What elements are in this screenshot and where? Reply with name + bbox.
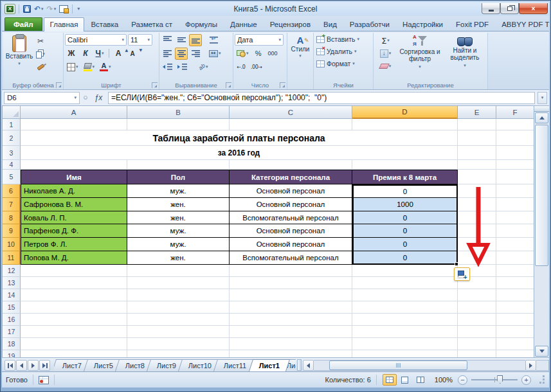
cell-E1[interactable] — [458, 119, 496, 130]
cell-D12[interactable] — [352, 265, 458, 277]
fill-handle[interactable] — [455, 262, 458, 266]
cell-A13[interactable] — [21, 277, 127, 289]
ribbon-tab-Вид[interactable]: Вид — [317, 17, 343, 31]
wrap-text-button[interactable] — [207, 34, 220, 46]
ribbon-tab-ABBYY PDF T[interactable]: ABBYY PDF T — [495, 17, 551, 31]
delete-cells-button[interactable]: Удалить▾ — [315, 46, 372, 58]
grow-font-button[interactable]: А▲ — [112, 48, 125, 60]
cell-A1[interactable] — [21, 119, 127, 130]
font-size-combo[interactable]: 11▾ — [128, 34, 152, 46]
formula-input[interactable]: =ЕСЛИ(И(B6="жен."; C6="Основной персонал… — [108, 92, 535, 104]
cell-F13[interactable] — [496, 277, 534, 289]
cell-D6[interactable]: 0 — [352, 184, 458, 198]
horizontal-scrollbar[interactable] — [303, 360, 549, 371]
cell-F15[interactable] — [496, 301, 534, 314]
row-header-3[interactable]: 3 — [3, 146, 21, 160]
align-bottom-button[interactable] — [189, 34, 202, 46]
maximize-button[interactable] — [500, 3, 519, 14]
cell-E19[interactable] — [458, 350, 496, 357]
align-right-button[interactable] — [189, 48, 202, 60]
font-name-combo[interactable]: Calibri▾ — [65, 34, 127, 46]
cell-F1[interactable] — [496, 119, 534, 130]
cell-C11[interactable]: Вспомогательный персонал — [230, 251, 352, 265]
cell-A4[interactable] — [21, 160, 127, 170]
cell-A16[interactable] — [21, 314, 127, 326]
comma-style-button[interactable]: 000 — [266, 48, 280, 60]
page-layout-view-button[interactable] — [398, 374, 412, 386]
italic-button[interactable]: К — [79, 48, 92, 60]
cell-E15[interactable] — [458, 301, 496, 314]
cell-B5[interactable]: Пол — [127, 170, 230, 184]
cell-E16[interactable] — [458, 314, 496, 326]
row-header-18[interactable]: 18 — [3, 338, 21, 350]
cell-D18[interactable] — [352, 338, 458, 350]
cell-D8[interactable]: 0 — [352, 211, 458, 224]
insert-cells-button[interactable]: Вставить▾ — [315, 33, 372, 46]
clear-button[interactable]: ▾ — [375, 60, 396, 73]
cell-C17[interactable] — [230, 326, 352, 338]
zoom-level[interactable]: 100% — [435, 376, 453, 384]
cell-D5[interactable]: Премия к 8 марта — [352, 170, 458, 184]
ribbon-tab-Foxit PDF[interactable]: Foxit PDF — [449, 17, 495, 31]
cut-button[interactable]: ✂ — [34, 35, 47, 48]
scroll-down-button[interactable] — [535, 346, 548, 357]
borders-button[interactable]: ▾ — [65, 61, 80, 73]
bold-button[interactable]: Ж — [65, 48, 78, 60]
minimize-button[interactable] — [482, 3, 500, 14]
vertical-scrollbar-track[interactable] — [534, 267, 549, 345]
accounting-format-button[interactable]: ▾ — [235, 48, 251, 60]
cell-A5[interactable]: Имя — [21, 170, 127, 184]
cell-C8[interactable]: Вспомогательный персонал — [230, 211, 352, 224]
cell-F6[interactable] — [496, 184, 534, 198]
horizontal-scrollbar-track[interactable] — [314, 360, 525, 371]
cell-F16[interactable] — [496, 314, 534, 326]
cell-C16[interactable] — [230, 314, 352, 326]
tab-split-handle[interactable] — [297, 359, 302, 371]
cell-F5[interactable] — [496, 170, 534, 184]
first-sheet-button[interactable] — [5, 360, 15, 371]
column-header-C[interactable]: C — [230, 106, 352, 119]
row-header-13[interactable]: 13 — [3, 277, 21, 289]
cell-C10[interactable]: Основной персонал — [230, 238, 352, 251]
fill-color-button[interactable]: ▾ — [82, 61, 97, 73]
cell-E3[interactable] — [458, 146, 496, 160]
alignment-dialog-launcher-icon[interactable] — [226, 82, 231, 88]
cell-F3[interactable] — [496, 146, 534, 160]
cell-E5[interactable] — [458, 170, 496, 184]
increase-decimal-button[interactable]: ←.0 — [235, 61, 248, 73]
cell-C9[interactable]: Основной персонал — [230, 224, 352, 238]
column-header-E[interactable]: E — [458, 106, 496, 119]
last-sheet-button[interactable] — [39, 360, 50, 371]
cell-C1[interactable] — [230, 119, 352, 130]
font-dialog-launcher-icon[interactable] — [152, 82, 158, 88]
row-header-10[interactable]: 10 — [3, 238, 21, 251]
find-select-button[interactable]: Найти и выделить ▾ — [444, 33, 486, 80]
cell-A7[interactable]: Сафронова В. М. — [21, 198, 127, 211]
orientation-button[interactable]: ab▾ — [197, 61, 210, 73]
split-handle[interactable] — [534, 106, 549, 112]
cell-C5[interactable]: Категория персонала — [230, 170, 352, 184]
scroll-up-button[interactable] — [535, 112, 548, 123]
cell-B18[interactable] — [127, 338, 230, 350]
row-header-4[interactable]: 4 — [3, 160, 21, 170]
next-sheet-button[interactable] — [28, 360, 39, 371]
align-middle-button[interactable] — [175, 34, 188, 46]
ribbon-tab-Файл[interactable]: Файл — [5, 17, 42, 31]
normal-view-button[interactable] — [383, 374, 397, 386]
cell-C18[interactable] — [230, 338, 352, 350]
cell-F12[interactable] — [496, 265, 534, 277]
number-format-combo[interactable]: Дата▾ — [235, 34, 284, 46]
autofill-options-button[interactable] — [454, 267, 470, 281]
align-center-button[interactable] — [175, 48, 188, 60]
merge-center-button[interactable]: ▾ — [207, 48, 223, 60]
vertical-scrollbar-thumb[interactable] — [535, 125, 548, 266]
cell-A8[interactable]: Коваль Л. П. — [21, 211, 127, 224]
ribbon-tab-Главная[interactable]: Главная — [44, 17, 85, 31]
cell-F9[interactable] — [496, 224, 534, 238]
cell-D4[interactable] — [352, 160, 458, 170]
cell-B15[interactable] — [127, 301, 230, 314]
cell-B13[interactable] — [127, 277, 230, 289]
scroll-left-button[interactable] — [303, 360, 314, 371]
column-header-B[interactable]: B — [127, 106, 230, 119]
select-all-corner[interactable] — [3, 106, 21, 119]
